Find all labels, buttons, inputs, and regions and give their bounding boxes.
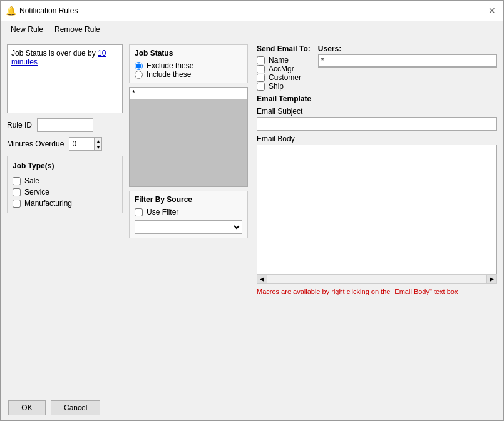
job-status-list-star: * <box>132 89 135 98</box>
send-email-accmgr-row: AccMgr <box>257 64 311 73</box>
macro-hint: Macros are available by right clicking o… <box>257 288 497 295</box>
hscrollbar-right-arrow[interactable]: ▶ <box>486 275 496 283</box>
job-type-service-row: Service <box>13 188 117 196</box>
minutes-overdue-input[interactable] <box>69 137 94 151</box>
users-list-input[interactable] <box>326 56 376 65</box>
minutes-spinner-wrapper: ▲ ▼ <box>69 137 102 151</box>
title-bar: 🔔 Notification Rules ✕ <box>1 1 503 21</box>
spinner-down-arrow[interactable]: ▼ <box>95 144 101 150</box>
send-email-ship-label: Ship <box>269 82 284 91</box>
filter-source-label: Filter By Source <box>135 195 242 204</box>
email-template-section: Email Template Email Subject Email Body … <box>257 94 497 284</box>
email-body-label: Email Body <box>257 134 497 143</box>
exclude-these-label: Exclude these <box>147 61 193 70</box>
spinner-arrows: ▲ ▼ <box>94 137 102 151</box>
rule-id-row: Rule ID <box>7 118 123 132</box>
rule-id-input[interactable] <box>37 118 93 132</box>
include-these-label: Include these <box>147 70 191 79</box>
hscrollbar-track <box>267 275 486 283</box>
spinner-up-arrow[interactable]: ▲ <box>95 138 101 144</box>
send-email-accmgr-checkbox[interactable] <box>257 65 265 73</box>
minutes-overdue-label: Minutes Overdue <box>7 139 64 148</box>
send-email-users-row: Send Email To: Name AccMgr Customer <box>257 44 497 91</box>
filter-source-section: Filter By Source Use Filter <box>129 191 248 238</box>
email-body-textarea[interactable] <box>257 145 497 282</box>
job-types-group: Job Type(s) Sale Service Manufacturing <box>7 156 123 213</box>
right-panel: Send Email To: Name AccMgr Customer <box>248 44 497 388</box>
send-email-name-label: Name <box>269 56 289 64</box>
middle-panel: Job Status Exclude these Include these * <box>123 44 248 388</box>
job-type-sale-checkbox[interactable] <box>13 177 21 185</box>
ok-button[interactable]: OK <box>8 400 46 415</box>
job-type-service-label: Service <box>24 188 49 196</box>
users-list-header: * <box>319 55 496 67</box>
main-layout: Job Status is over due by 10 minutes Rul… <box>1 38 503 395</box>
job-status-section: Job Status Exclude these Include these <box>129 44 248 83</box>
job-types-label: Job Type(s) <box>13 161 117 170</box>
send-email-customer-checkbox[interactable] <box>257 74 265 82</box>
send-email-ship-checkbox[interactable] <box>257 83 265 91</box>
job-status-list-input[interactable] <box>138 89 194 98</box>
rule-description-text: Job Status is over due by <box>11 49 98 58</box>
close-button[interactable]: ✕ <box>486 4 498 17</box>
job-type-manufacturing-row: Manufacturing <box>13 199 117 208</box>
window-icon: 🔔 <box>6 6 16 16</box>
email-subject-input[interactable] <box>257 117 497 131</box>
minutes-overdue-row: Minutes Overdue ▲ ▼ <box>7 137 123 151</box>
send-email-customer-label: Customer <box>269 73 301 82</box>
job-status-list[interactable]: * <box>129 87 248 187</box>
job-status-list-header: * <box>130 88 247 99</box>
users-list-star: * <box>321 56 324 65</box>
left-panel: Job Status is over due by 10 minutes Rul… <box>7 44 123 388</box>
job-status-label: Job Status <box>135 49 242 58</box>
email-template-label: Email Template <box>257 94 497 103</box>
job-type-sale-row: Sale <box>13 176 117 185</box>
filter-source-dropdown[interactable] <box>135 220 242 234</box>
send-email-customer-row: Customer <box>257 73 311 82</box>
title-bar-left: 🔔 Notification Rules <box>6 6 78 16</box>
toolbar: New Rule Remove Rule <box>1 21 503 38</box>
include-these-radio[interactable] <box>135 71 143 79</box>
send-email-name-row: Name <box>257 56 311 64</box>
users-list-box[interactable]: * <box>318 54 497 68</box>
use-filter-label: Use Filter <box>147 208 178 216</box>
window-title: Notification Rules <box>19 6 78 15</box>
email-body-row: Email Body ◀ ▶ <box>257 134 497 284</box>
job-type-manufacturing-label: Manufacturing <box>24 199 72 208</box>
job-type-sale-label: Sale <box>24 176 39 185</box>
send-email-ship-row: Ship <box>257 82 311 91</box>
send-email-to-section: Send Email To: Name AccMgr Customer <box>257 44 311 91</box>
use-filter-row: Use Filter <box>135 208 242 216</box>
send-email-name-checkbox[interactable] <box>257 56 265 64</box>
remove-rule-button[interactable]: Remove Rule <box>49 24 105 35</box>
job-type-manufacturing-checkbox[interactable] <box>13 200 21 208</box>
footer-bar: OK Cancel <box>1 395 503 420</box>
job-type-service-checkbox[interactable] <box>13 188 21 196</box>
email-subject-row: Email Subject <box>257 107 497 131</box>
cancel-button[interactable]: Cancel <box>51 400 100 415</box>
new-rule-button[interactable]: New Rule <box>6 24 48 35</box>
footer-buttons: OK Cancel <box>8 400 100 415</box>
send-email-to-label: Send Email To: <box>257 44 311 53</box>
include-these-row: Include these <box>135 70 242 79</box>
email-subject-label: Email Subject <box>257 107 497 116</box>
email-body-wrapper: ◀ ▶ <box>257 145 497 284</box>
exclude-these-row: Exclude these <box>135 61 242 70</box>
main-window: 🔔 Notification Rules ✕ New Rule Remove R… <box>0 0 504 421</box>
rule-id-label: Rule ID <box>7 121 32 129</box>
use-filter-checkbox[interactable] <box>135 208 143 216</box>
send-email-accmgr-label: AccMgr <box>269 64 294 73</box>
exclude-these-radio[interactable] <box>135 62 143 70</box>
users-label: Users: <box>318 44 497 53</box>
email-body-hscrollbar[interactable]: ◀ ▶ <box>257 274 497 284</box>
users-section: Users: * <box>318 44 497 68</box>
rule-description-box: Job Status is over due by 10 minutes <box>7 44 123 113</box>
hscrollbar-left-arrow[interactable]: ◀ <box>257 275 267 283</box>
